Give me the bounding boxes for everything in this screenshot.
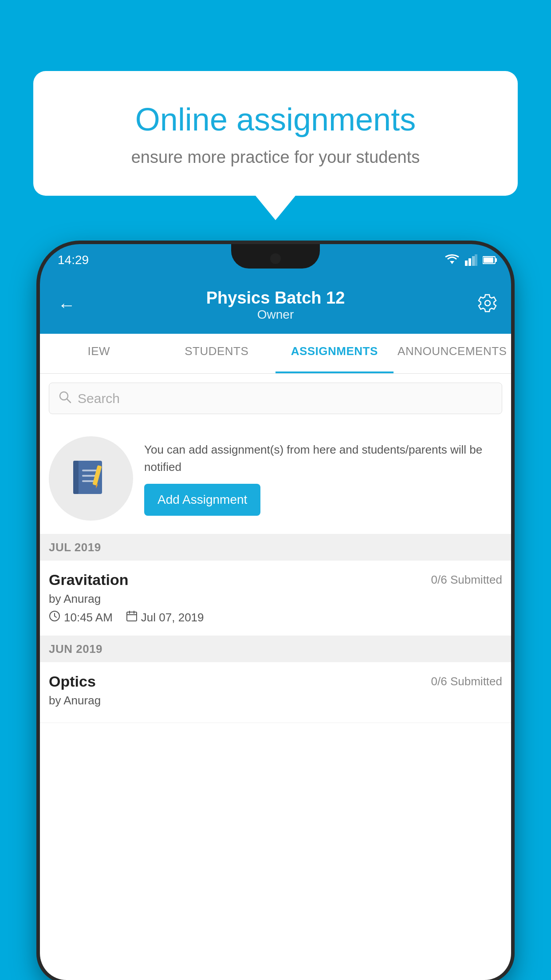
speech-bubble-subtitle: ensure more practice for your students (69, 148, 482, 167)
assignment-date: Jul 07, 2019 (126, 610, 204, 625)
assignment-date-text: Jul 07, 2019 (141, 611, 204, 624)
svg-rect-3 (472, 256, 475, 266)
app-bar: ← Physics Batch 12 Owner (40, 276, 511, 334)
clock-icon (49, 610, 60, 625)
tab-assignments[interactable]: ASSIGNMENTS (276, 334, 394, 373)
calendar-icon (126, 610, 138, 625)
tab-announcements[interactable]: ANNOUNCEMENTS (394, 334, 512, 373)
search-placeholder: Search (78, 391, 120, 406)
svg-rect-7 (484, 257, 493, 263)
phone-frame: 14:29 (40, 244, 511, 980)
assignment-title-optics: Optics (49, 673, 96, 690)
tabs-bar: IEW STUDENTS ASSIGNMENTS ANNOUNCEMENTS (40, 334, 511, 374)
battery-icon (483, 256, 498, 265)
svg-rect-4 (475, 254, 477, 266)
status-time: 14:29 (58, 253, 89, 267)
promo-block: You can add assignment(s) from here and … (40, 423, 511, 534)
phone-content: Search (40, 374, 511, 980)
assignment-status-gravitation: 0/6 Submitted (431, 573, 502, 587)
app-bar-title: Physics Batch 12 (206, 288, 345, 308)
assignment-time-text: 10:45 AM (64, 611, 113, 624)
assignment-title-gravitation: Gravitation (49, 571, 128, 589)
signal-icon (465, 254, 477, 266)
svg-rect-11 (73, 461, 79, 494)
wifi-icon (445, 254, 460, 266)
settings-button[interactable] (477, 293, 498, 317)
svg-rect-2 (468, 258, 471, 266)
promo-description: You can add assignment(s) from here and … (144, 441, 502, 476)
assignment-status-optics: 0/6 Submitted (431, 675, 502, 688)
notebook-icon (69, 456, 113, 501)
back-button[interactable]: ← (53, 291, 80, 320)
assignment-item-gravitation[interactable]: Gravitation 0/6 Submitted by Anurag (40, 561, 511, 636)
svg-line-19 (55, 616, 56, 617)
search-bar-container: Search (40, 374, 511, 423)
assignment-meta-gravitation: 10:45 AM Jul 07, 2019 (49, 610, 502, 625)
assignment-time: 10:45 AM (49, 610, 113, 625)
assignment-by-gravitation: by Anurag (49, 592, 502, 606)
svg-line-9 (67, 399, 71, 403)
search-icon (58, 390, 71, 407)
speech-bubble-arrow (256, 196, 295, 220)
speech-bubble-title: Online assignments (69, 102, 482, 137)
phone-notch (231, 244, 320, 269)
app-bar-title-block: Physics Batch 12 Owner (206, 288, 345, 322)
svg-rect-12 (82, 470, 98, 471)
section-header-jun: JUN 2019 (40, 636, 511, 662)
speech-bubble-wrapper: Online assignments ensure more practice … (33, 71, 518, 220)
speech-bubble: Online assignments ensure more practice … (33, 71, 518, 196)
svg-rect-6 (495, 258, 497, 262)
assignment-top-row: Gravitation 0/6 Submitted (49, 571, 502, 589)
section-header-jul: JUL 2019 (40, 534, 511, 561)
svg-rect-20 (127, 612, 137, 621)
tab-iew[interactable]: IEW (40, 334, 158, 373)
assignment-by-optics: by Anurag (49, 694, 502, 707)
app-bar-subtitle: Owner (206, 308, 345, 322)
promo-icon-circle (49, 436, 133, 521)
svg-marker-0 (450, 261, 454, 264)
promo-text-block: You can add assignment(s) from here and … (144, 441, 502, 516)
status-icons (445, 254, 498, 266)
assignment-top-row-optics: Optics 0/6 Submitted (49, 673, 502, 690)
svg-rect-1 (465, 261, 468, 266)
search-bar[interactable]: Search (49, 383, 502, 414)
add-assignment-button[interactable]: Add Assignment (144, 484, 260, 516)
tab-students[interactable]: STUDENTS (158, 334, 276, 373)
assignment-item-optics[interactable]: Optics 0/6 Submitted by Anurag (40, 662, 511, 723)
